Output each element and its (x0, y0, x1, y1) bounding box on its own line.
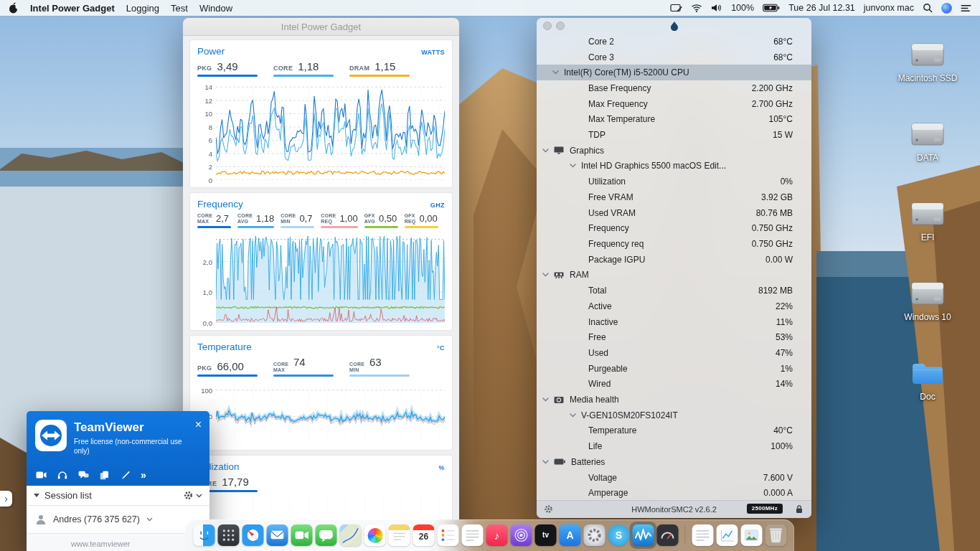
dock-safari-icon[interactable] (242, 524, 264, 546)
menu-item-window[interactable]: Window (199, 3, 232, 14)
audio-call-icon[interactable] (57, 471, 67, 480)
dock-calendar-icon[interactable]: 26 (413, 524, 435, 546)
dock-doc-text-icon[interactable] (692, 524, 714, 546)
dock-reminders-icon[interactable] (438, 524, 459, 546)
file-transfer-icon[interactable] (100, 471, 109, 480)
desktop-icon-macintosh-ssd[interactable]: Macintosh SSD (887, 39, 968, 83)
hw-row-intel-r-core-tm-i5-5200u-cpu[interactable]: Intel(R) Core(TM) i5-5200U CPU (537, 65, 811, 80)
hwmonitor-title-bar[interactable] (537, 18, 811, 34)
apple-menu[interactable] (9, 2, 19, 14)
volume-icon[interactable] (711, 4, 722, 12)
dock-trash-icon[interactable] (765, 524, 787, 546)
partner-dropdown-chevron-icon[interactable] (146, 517, 153, 522)
teamviewer-dock-handle[interactable]: › (0, 491, 12, 507)
expand-chevron-icon[interactable] (570, 164, 576, 168)
dock-launchpad-icon[interactable] (218, 524, 240, 546)
desktop-icon-doc[interactable]: Doc (887, 357, 968, 402)
dock-facetime-icon[interactable] (291, 524, 313, 546)
desktop-icon-data[interactable]: DATA (887, 118, 968, 163)
cpu-frequency-badge[interactable]: 2500MHz (747, 504, 783, 514)
hw-row-temperature[interactable]: Temperature40°C (537, 423, 811, 439)
partner-row[interactable]: Andres (776 375 627) (27, 506, 209, 533)
traffic-light-minimize[interactable] (556, 22, 565, 30)
screen-mirroring-icon[interactable] (670, 4, 682, 13)
hw-row-package-igpu[interactable]: Package IGPU0.00 W (537, 252, 811, 268)
session-settings-gear-icon[interactable] (184, 491, 193, 500)
app-menu-title[interactable]: Intel Power Gadget (30, 3, 115, 14)
hw-row-core-2[interactable]: Core 268°C (537, 34, 811, 50)
dock-photos-icon[interactable] (364, 524, 386, 546)
hw-row-life[interactable]: Life100% (537, 438, 811, 454)
hw-row-inactive[interactable]: Inactive11% (537, 314, 811, 330)
expand-chevron-icon[interactable] (542, 397, 549, 402)
hw-row-tdp[interactable]: TDP15 W (537, 127, 811, 143)
dock-doc-chart-icon[interactable] (717, 524, 738, 546)
annotate-icon[interactable] (120, 471, 130, 480)
hw-row-used[interactable]: Used47% (537, 345, 811, 361)
hw-row-total[interactable]: Total8192 MB (537, 283, 811, 298)
hw-row-purgeable[interactable]: Purgeable1% (537, 361, 811, 377)
hw-row-ram[interactable]: RAM (537, 268, 811, 283)
more-tools-icon[interactable]: » (141, 470, 146, 480)
chat-icon[interactable] (78, 471, 89, 480)
dock-mail-icon[interactable] (267, 524, 288, 546)
hw-row-max-frequency[interactable]: Max Frequency2.700 GHz (537, 96, 811, 112)
hw-row-batteries[interactable]: Batteries (537, 454, 811, 470)
hw-row-frequency-req[interactable]: Frequency req0.750 GHz (537, 236, 811, 252)
hw-row-graphics[interactable]: Graphics (537, 143, 811, 159)
menu-item-logging[interactable]: Logging (126, 3, 159, 14)
window-title-bar[interactable]: Intel Power Gadget (183, 18, 459, 36)
hw-row-free[interactable]: Free53% (537, 329, 811, 345)
dock-textedit-icon[interactable] (462, 524, 484, 546)
wifi-icon[interactable] (691, 4, 702, 12)
dock-maps-icon[interactable] (340, 524, 362, 546)
hw-row-intel-hd-graphics-5500-macos-edit[interactable]: Intel HD Graphics 5500 macOS Edit... (537, 159, 811, 174)
hw-row-media-health[interactable]: Media health (537, 392, 811, 408)
dock-skype-icon[interactable]: S (608, 524, 630, 546)
hw-row-base-frequency[interactable]: Base Frequency2.200 GHz (537, 80, 811, 96)
video-call-icon[interactable] (36, 471, 47, 479)
hw-row-free-vram[interactable]: Free VRAM3.92 GB (537, 189, 811, 205)
dock-doc-image-icon[interactable] (741, 524, 763, 546)
session-list-row[interactable]: Session list (27, 486, 209, 506)
hw-row-max-temperature[interactable]: Max Temperature105°C (537, 112, 811, 128)
expand-chevron-icon[interactable] (570, 413, 576, 418)
dock-hwmonitor-icon[interactable] (633, 524, 654, 546)
close-icon[interactable]: × (195, 418, 202, 431)
hw-row-core-3[interactable]: Core 368°C (537, 50, 811, 65)
dock-podcasts-icon[interactable] (511, 524, 532, 546)
menu-list-icon[interactable] (961, 4, 971, 12)
dock-messages-icon[interactable] (316, 524, 337, 546)
dock-notes-icon[interactable] (389, 524, 410, 546)
hw-row-voltage[interactable]: Voltage7.600 V (537, 470, 811, 486)
spotlight-search-icon[interactable] (923, 3, 933, 13)
dock-tv-icon[interactable]: tv (535, 524, 557, 546)
hw-row-amperage[interactable]: Amperage0.000 A (537, 485, 811, 501)
dock-istat-menus-icon[interactable] (657, 524, 679, 546)
desktop-icon-efi[interactable]: EFI (887, 198, 968, 242)
hw-row-utilization[interactable]: Utilization0% (537, 174, 811, 189)
dock-app-store-icon[interactable]: A (560, 524, 581, 546)
traffic-light-close[interactable] (543, 22, 552, 30)
dock-system-preferences-icon[interactable] (584, 524, 606, 546)
hw-row-used-vram[interactable]: Used VRAM80.76 MB (537, 205, 811, 221)
dock-finder-icon[interactable] (194, 524, 215, 546)
teamviewer-url[interactable]: www.teamviewer (71, 540, 131, 548)
menu-clock[interactable]: Tue 26 Jul 12.31 (788, 3, 855, 13)
lock-icon[interactable] (796, 504, 803, 514)
expand-chevron-icon[interactable] (542, 149, 549, 153)
dock-music-icon[interactable]: ♪ (486, 524, 508, 546)
user-menu[interactable]: junvonx mac (864, 3, 914, 13)
hw-row-active[interactable]: Active22% (537, 298, 811, 314)
menu-item-test[interactable]: Test (171, 3, 188, 14)
siri-icon[interactable] (941, 3, 952, 14)
hw-row-v-gen10sm20fs1024it[interactable]: V-GEN10SM20FS1024IT (537, 408, 811, 423)
hw-row-wired[interactable]: Wired14% (537, 376, 811, 392)
hw-row-frequency[interactable]: Frequency0.750 GHz (537, 220, 811, 236)
desktop-icon-windows-10[interactable]: Windows 10 (887, 278, 968, 322)
chevron-down-icon[interactable] (196, 494, 202, 498)
expand-chevron-icon[interactable] (542, 273, 549, 277)
expand-chevron-icon[interactable] (552, 70, 559, 75)
battery-icon[interactable] (763, 4, 780, 12)
expand-chevron-icon[interactable] (542, 460, 549, 464)
